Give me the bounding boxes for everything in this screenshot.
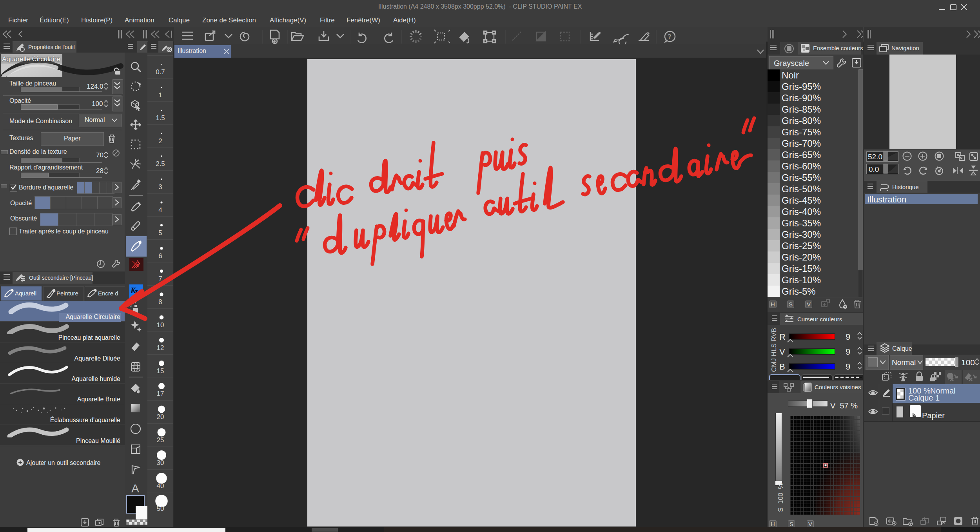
svg-text:?: ? [668, 33, 671, 40]
svg-text:L: L [134, 289, 139, 297]
